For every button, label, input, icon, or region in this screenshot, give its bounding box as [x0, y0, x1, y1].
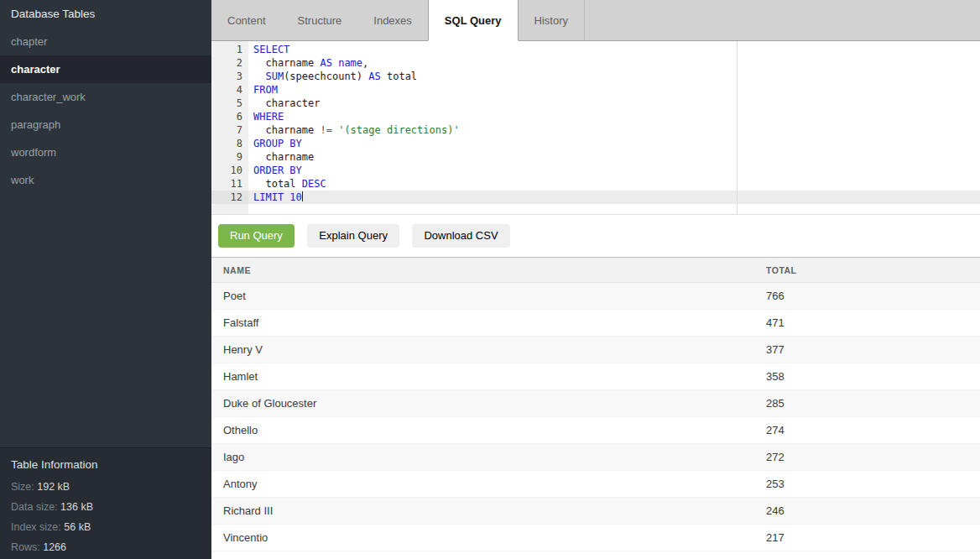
code-token: SUM	[265, 71, 284, 82]
sidebar-item-table[interactable]: character_work	[0, 83, 211, 111]
tab-bar: Content Structure Indexes SQL Query Hist…	[211, 0, 980, 41]
result-row[interactable]: Falstaff 471	[211, 310, 980, 337]
code-token: GROUP BY	[253, 138, 302, 149]
editor-line: 3 SUM(speechcount) AS total	[211, 70, 980, 83]
result-row[interactable]: Henry V 377	[211, 337, 980, 363]
sidebar-header: Database Tables	[0, 0, 211, 28]
table-information-title: Table Information	[11, 457, 201, 473]
code-text: SUM(speechcount) AS total	[248, 70, 980, 83]
stat-value: 192 kB	[37, 481, 70, 493]
line-number: 9	[211, 150, 248, 164]
editor-line: 9 charname	[211, 150, 980, 164]
table-stat: Size: 192 kB	[11, 477, 201, 497]
sidebar-item-table[interactable]: paragraph	[0, 111, 211, 138]
result-total-cell: 272	[766, 444, 980, 471]
result-name-cell: Poet	[211, 283, 766, 310]
stat-value: 136 kB	[60, 501, 93, 513]
table-list: chapter character character_work paragra…	[0, 28, 211, 194]
sidebar: Database Tables chapter character charac…	[0, 0, 211, 559]
result-row[interactable]: Duke of Gloucester 285	[211, 390, 980, 417]
result-name-cell: Vincentio	[211, 525, 766, 551]
result-row[interactable]: Vincentio 217	[211, 525, 980, 551]
result-name-cell: Hamlet	[211, 363, 766, 390]
code-token: ORDER BY	[253, 165, 302, 176]
result-name-cell: Othello	[211, 417, 766, 444]
code-token: !=	[320, 124, 331, 136]
explain-query-button[interactable]: Explain Query	[307, 224, 399, 248]
code-token: AS	[368, 71, 380, 82]
code-text: charname AS name,	[248, 56, 980, 70]
result-total-cell: 766	[766, 283, 980, 310]
column-header-name: NAME	[211, 258, 766, 283]
result-total-cell: 285	[766, 390, 980, 417]
code-text: character	[248, 97, 980, 110]
result-row[interactable]: Hamlet 358	[211, 363, 980, 390]
result-total-cell: 377	[766, 337, 980, 363]
code-token: (speechcount)	[284, 71, 368, 82]
code-text: charname != '(stage directions)'	[248, 123, 980, 137]
result-name-cell: Antony	[211, 471, 766, 498]
code-token	[253, 71, 265, 82]
stat-label: Data size:	[11, 501, 58, 513]
tab-history[interactable]: History	[519, 0, 585, 41]
code-text: charname	[248, 150, 980, 164]
stat-value: 56 kB	[64, 521, 91, 533]
result-row[interactable]: Iago 272	[211, 444, 980, 471]
result-total-cell: 246	[766, 498, 980, 525]
sidebar-item-table[interactable]: chapter	[0, 28, 211, 55]
line-number: 7	[211, 123, 248, 137]
tab-indexes[interactable]: Indexes	[357, 0, 428, 41]
line-number: 2	[211, 56, 248, 70]
line-number: 10	[211, 164, 248, 177]
sidebar-item-table[interactable]: work	[0, 166, 211, 194]
sidebar-item-table[interactable]: wordform	[0, 138, 211, 166]
editor-line: 8 GROUP BY	[211, 137, 980, 150]
line-number: 5	[211, 97, 248, 110]
code-token: character	[253, 97, 320, 109]
result-row[interactable]: Richard III 246	[211, 498, 980, 525]
sidebar-item-table[interactable]: character	[0, 55, 211, 83]
table-information-stats: Size: 192 kB Data size: 136 kB Index siz…	[11, 477, 201, 557]
tab-structure[interactable]: Structure	[282, 0, 358, 41]
line-number: 6	[211, 110, 248, 123]
editor-line: 6 WHERE	[211, 110, 980, 123]
column-header-total: TOTAL	[766, 258, 980, 283]
code-token: WHERE	[253, 111, 284, 123]
editor-pane-divider[interactable]	[737, 41, 738, 214]
tab-sql-query[interactable]: SQL Query	[428, 0, 519, 41]
results-header-row: NAME TOTAL	[211, 258, 980, 283]
stat-value: 1266	[43, 541, 66, 553]
result-total-cell: 217	[766, 525, 980, 551]
result-total-cell: 358	[766, 363, 980, 390]
result-row[interactable]: Poet 766	[211, 283, 980, 310]
code-token: charname	[253, 124, 320, 136]
tab-bar-filler	[585, 0, 980, 41]
run-query-button[interactable]: Run Query	[218, 224, 295, 248]
code-token: charname	[253, 57, 320, 69]
editor-line: 10 ORDER BY	[211, 164, 980, 177]
code-token: 10	[289, 191, 301, 203]
line-number: 3	[211, 70, 248, 83]
line-number: 11	[211, 177, 248, 191]
editor-line: 7 charname != '(stage directions)'	[211, 123, 980, 137]
stat-label: Index size:	[11, 521, 61, 533]
editor-line: 4 FROM	[211, 83, 980, 97]
code-token: '(stage directions)'	[338, 124, 460, 136]
code-token: AS	[320, 57, 331, 69]
result-row[interactable]: Othello 274	[211, 417, 980, 444]
result-name-cell: Henry V	[211, 337, 766, 363]
editor-line: 11 total DESC	[211, 177, 980, 191]
code-token: name	[338, 57, 362, 69]
code-text: GROUP BY	[248, 137, 980, 150]
download-csv-button[interactable]: Download CSV	[412, 224, 509, 248]
text-cursor	[302, 191, 303, 201]
table-stat: Rows: 1266	[11, 537, 201, 557]
result-total-cell: 471	[766, 310, 980, 337]
code-token: total	[381, 71, 417, 82]
table-information-panel: Table Information Size: 192 kB Data size…	[0, 447, 211, 559]
result-row[interactable]: Antony 253	[211, 471, 980, 498]
tab-content[interactable]: Content	[211, 0, 282, 41]
editor-line: 2 charname AS name,	[211, 56, 980, 70]
sql-query-editor[interactable]: 1 SELECT 2 charname AS name, 3 SUM(speec…	[211, 41, 980, 215]
code-text: total DESC	[248, 177, 980, 191]
